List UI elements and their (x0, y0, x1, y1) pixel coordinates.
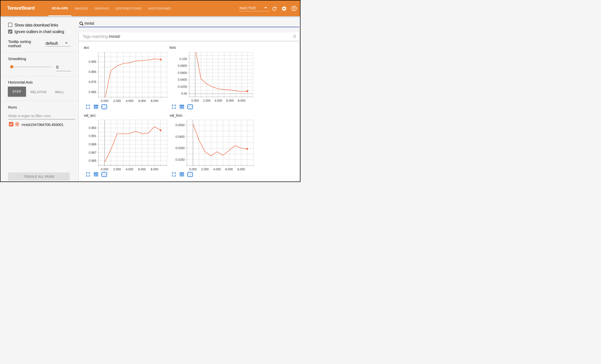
svg-text:0.975: 0.975 (89, 80, 96, 84)
svg-text:0.995: 0.995 (89, 60, 96, 64)
svg-text:0.0450: 0.0450 (176, 135, 185, 139)
svg-text:6.000: 6.000 (138, 168, 146, 171)
svg-text:0.0800: 0.0800 (178, 64, 187, 68)
svg-text:0.991: 0.991 (89, 134, 96, 138)
svg-text:0.0550: 0.0550 (176, 123, 185, 127)
svg-text:6.000: 6.000 (225, 168, 233, 171)
svg-text:?: ? (293, 6, 295, 10)
svg-text:0.0350: 0.0350 (176, 146, 185, 150)
svg-text:0.100: 0.100 (180, 57, 187, 61)
svg-text:8.000: 8.000 (238, 99, 245, 102)
svg-text:0.993: 0.993 (89, 126, 96, 130)
svg-text:0.000: 0.000 (191, 99, 199, 102)
svg-text:0.989: 0.989 (89, 143, 96, 146)
svg-text:6.000: 6.000 (226, 99, 234, 102)
svg-text:0.0400: 0.0400 (178, 78, 187, 82)
svg-text:2.000: 2.000 (113, 99, 121, 103)
svg-text:0.0600: 0.0600 (178, 71, 187, 75)
svg-text:8.000: 8.000 (151, 99, 158, 103)
svg-text:0.000: 0.000 (101, 168, 108, 171)
svg-text:8.000: 8.000 (237, 168, 245, 171)
svg-text:6.000: 6.000 (138, 99, 146, 103)
svg-text:0.965: 0.965 (89, 90, 96, 94)
svg-text:0.00: 0.00 (181, 92, 187, 95)
svg-text:0.000: 0.000 (101, 99, 108, 103)
svg-text:0.987: 0.987 (89, 151, 96, 154)
svg-text:4.000: 4.000 (215, 99, 222, 102)
svg-text:4.000: 4.000 (126, 99, 133, 103)
svg-text:4.000: 4.000 (126, 168, 133, 171)
svg-text:2.000: 2.000 (201, 168, 209, 171)
svg-text:8.000: 8.000 (151, 168, 158, 171)
svg-text:4.000: 4.000 (213, 168, 221, 171)
svg-text:0.0200: 0.0200 (178, 85, 187, 89)
svg-text:0.0250: 0.0250 (176, 158, 185, 162)
svg-text:0.000: 0.000 (189, 168, 197, 171)
svg-text:2.000: 2.000 (203, 99, 211, 102)
svg-text:2.000: 2.000 (113, 168, 121, 171)
svg-text:0.985: 0.985 (89, 159, 96, 163)
svg-text:0.985: 0.985 (89, 70, 96, 74)
